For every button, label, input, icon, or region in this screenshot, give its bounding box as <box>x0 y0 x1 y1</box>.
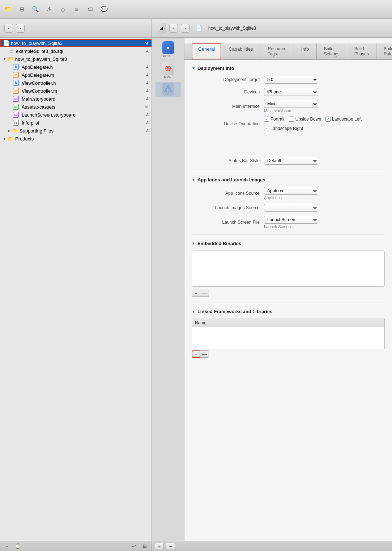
products-item[interactable]: 📁 Products <box>0 135 152 143</box>
app-icons-disclosure[interactable]: ▼ <box>192 178 195 182</box>
launch-images-label: Launch Images Source <box>192 205 264 210</box>
section-divider-3 <box>192 303 385 303</box>
embedded-disclosure[interactable]: ▼ <box>192 241 195 245</box>
tab-build-rules[interactable]: Build Rules <box>376 43 392 59</box>
right-remove-button[interactable]: − <box>166 543 175 550</box>
portrait-checkbox-box[interactable] <box>264 117 269 122</box>
file-name-assets: Assets.xcassets <box>22 104 144 110</box>
list-item[interactable]: 🗃 exampleSqlite3_db.sql A <box>0 47 152 55</box>
list-item[interactable]: h AppDelegate.h A <box>0 63 152 71</box>
list-item[interactable]: m ViewController.m A <box>0 87 152 95</box>
linked-pm-buttons: + — <box>192 350 385 358</box>
breadcrumb-title: how_to_playwith_Sqlite3 <box>208 26 256 31</box>
warning-icon[interactable]: ⚠ <box>44 4 54 14</box>
tab-resource-tags[interactable]: Resource Tags <box>260 43 294 59</box>
status-bar-select[interactable]: Default Light Content <box>264 157 318 165</box>
tab-info[interactable]: Info <box>294 43 317 59</box>
navigator-icon[interactable]: ⊡ <box>156 23 166 33</box>
filter-icon[interactable]: ⊞ <box>141 542 149 550</box>
app-icons-note: App Icons <box>264 195 318 200</box>
products-folder-icon: 📁 <box>7 135 14 142</box>
linked-add-button[interactable]: + <box>192 350 200 358</box>
launch-screen-label: Launch Screen File <box>192 220 264 225</box>
list-item[interactable]: 📁 how_to_playwith_Sqlite3 <box>0 55 152 63</box>
file-name-info-plist: Info.plist <box>22 120 145 126</box>
list-item[interactable]: XC Assets.xcassets M <box>0 103 152 111</box>
right-content: 📋 PRO... 🎯 TAR... <box>152 38 392 541</box>
main-interface-row: Main Interface Main Main storyboard <box>192 100 385 113</box>
products-disclosure[interactable] <box>2 136 7 141</box>
upside-down-checkbox-box[interactable] <box>289 117 294 122</box>
landscape-right-checkbox[interactable]: Landscape Right <box>264 126 303 131</box>
h-file-icon-2: h <box>13 80 19 86</box>
history-icon[interactable]: ↩ <box>130 542 138 550</box>
linked-disclosure[interactable]: ▼ <box>192 310 195 314</box>
plist-icon: PL <box>13 120 19 126</box>
name-column-header: Name <box>192 319 385 327</box>
forward-button[interactable]: › <box>16 24 25 33</box>
list-icon[interactable]: ≡ <box>72 4 82 14</box>
middle-panel: 📋 PRO... 🎯 TAR... <box>152 38 184 541</box>
landscape-left-checkbox-box[interactable] <box>325 117 331 122</box>
upside-down-label: Upside Down <box>295 117 321 122</box>
launch-images-row: Launch Images Source <box>192 203 385 212</box>
devices-select[interactable]: iPhone iPad Universal <box>264 88 318 96</box>
tab-build-settings[interactable]: Build Settings <box>317 43 347 59</box>
landscape-left-checkbox[interactable]: Landscape Left <box>325 117 362 122</box>
right-add-button[interactable]: ＋ <box>155 543 163 550</box>
portrait-checkbox[interactable]: Portrait <box>264 117 285 122</box>
list-item[interactable]: SB LaunchScreen.storyboard A <box>0 111 152 119</box>
h-file-icon: h <box>13 64 19 70</box>
search-icon[interactable]: 🔍 <box>30 4 41 14</box>
tab-bar: General Capabilities Resource Tags Info … <box>184 43 392 60</box>
linked-remove-button[interactable]: — <box>200 350 209 358</box>
add-file-button[interactable]: ＋ <box>3 542 11 550</box>
deployment-disclosure[interactable]: ▼ <box>192 66 195 70</box>
orientation-checkboxes: Portrait Upside Down Landscape Left <box>264 117 385 131</box>
right-bottom-toolbar: ＋ − <box>152 541 392 551</box>
file-navigator: ‹ › 📄 how_to_playwith_Sqlite3 M 🗃 exampl… <box>0 19 152 551</box>
xcode-target-item[interactable] <box>155 82 181 97</box>
clock-icon[interactable]: ⌚ <box>14 542 22 550</box>
chat-icon[interactable]: 💬 <box>99 4 109 14</box>
tab-capabilities[interactable]: Capabilities <box>221 43 260 59</box>
project-root-item[interactable]: 📄 how_to_playwith_Sqlite3 M <box>0 39 152 47</box>
secondary-toolbar: ⊡ ‹ › 📄 how_to_playwith_Sqlite3 <box>152 19 392 38</box>
svg-point-2 <box>167 91 168 91</box>
status-bar-label: Status Bar Style <box>192 158 264 163</box>
list-item[interactable]: h ViewController.h A <box>0 79 152 87</box>
sidebar-bottom-toolbar: ＋ ⌚ ↩ ⊞ <box>0 541 152 551</box>
grid-icon[interactable]: ⊞ <box>17 4 27 14</box>
embedded-remove-button[interactable]: — <box>200 290 209 297</box>
file-name-sql: exampleSqlite3_db.sql <box>16 49 145 54</box>
back-nav-button[interactable]: ‹ <box>169 24 178 33</box>
landscape-right-checkbox-box[interactable] <box>264 126 269 131</box>
list-item[interactable]: SB Main.storyboard A <box>0 95 152 103</box>
forward-nav-button[interactable]: › <box>181 24 189 33</box>
deployment-target-label: Deployment Target <box>192 77 264 82</box>
embedded-add-button[interactable]: + <box>192 290 200 297</box>
main-interface-select[interactable]: Main <box>264 100 318 108</box>
launch-screen-select[interactable]: LaunchScreen <box>264 216 318 224</box>
deployment-target-select[interactable]: 9.0 10.0 11.0 <box>264 76 318 84</box>
supporting-files-item[interactable]: 📁 Supporting Files A <box>0 127 152 135</box>
folder-icon[interactable]: 📁 <box>3 4 13 14</box>
project-panel-item[interactable]: 📋 PRO... <box>155 41 181 60</box>
tab-general[interactable]: General <box>192 43 221 59</box>
tag-icon[interactable]: 🏷 <box>85 4 95 14</box>
launch-images-select[interactable] <box>264 204 318 212</box>
status-bar-spacer <box>192 135 385 156</box>
list-item[interactable]: PL Info.plist A <box>0 119 152 127</box>
supporting-files-disclosure[interactable] <box>7 128 12 133</box>
diamond-icon[interactable]: ◇ <box>58 4 68 14</box>
status-bar-row: Status Bar Style Default Light Content <box>192 156 385 165</box>
back-button[interactable]: ‹ <box>4 24 13 33</box>
launch-screen-note: Launch Screen <box>264 224 318 229</box>
target-panel-item[interactable]: 🎯 TAR... <box>155 61 181 80</box>
app-icons-source-select[interactable]: AppIcon <box>264 187 318 195</box>
app-icons-source-row: App Icons Source AppIcon App Icons <box>192 187 385 200</box>
tab-build-phases[interactable]: Build Phases <box>347 43 376 59</box>
folder-disclosure[interactable] <box>2 56 7 62</box>
upside-down-checkbox[interactable]: Upside Down <box>289 117 321 122</box>
list-item[interactable]: m AppDelegate.m A <box>0 71 152 79</box>
